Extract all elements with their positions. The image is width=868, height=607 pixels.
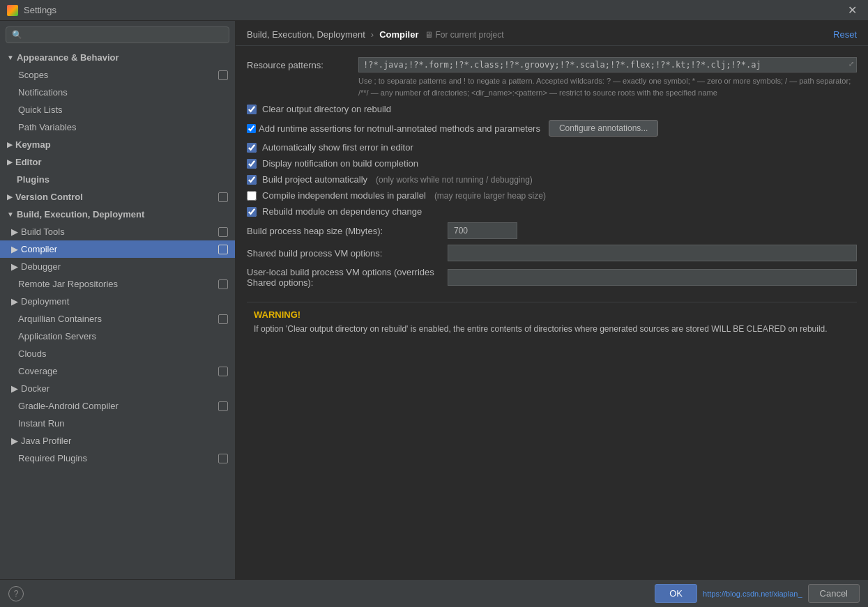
add-runtime-label[interactable]: Add runtime assertions for notnull-annot… bbox=[259, 123, 540, 134]
sidebar-section-editor[interactable]: ▶ Editor bbox=[0, 153, 235, 171]
sidebar-item-docker[interactable]: ▶ Docker bbox=[0, 380, 235, 397]
sidebar-item-coverage[interactable]: Coverage bbox=[0, 362, 235, 380]
auto-show-error-checkbox[interactable] bbox=[247, 143, 257, 153]
breadcrumb-parent: Build, Execution, Deployment bbox=[247, 29, 365, 40]
build-auto-label[interactable]: Build project automatically bbox=[262, 174, 367, 185]
sidebar-item-label: Debugger bbox=[21, 261, 61, 272]
sidebar-item-label: Gradle-Android Compiler bbox=[18, 401, 119, 411]
sidebar-item-remote-jar[interactable]: Remote Jar Repositories bbox=[0, 275, 235, 293]
resource-patterns-hint: Use ; to separate patterns and ! to nega… bbox=[358, 75, 857, 98]
breadcrumb-current: Compiler bbox=[379, 29, 418, 40]
heap-size-input[interactable] bbox=[448, 222, 517, 239]
arrow-right-icon: ▶ bbox=[7, 193, 13, 201]
content-header: Build, Execution, Deployment › Compiler … bbox=[236, 21, 868, 46]
checkbox-rebuild-module: Rebuild module on dependency change bbox=[247, 206, 857, 217]
sidebar-item-label: Instant Run bbox=[18, 418, 65, 429]
project-label-text: For current project bbox=[436, 30, 504, 40]
sidebar-section-plugins[interactable]: Plugins bbox=[0, 171, 235, 188]
copy-icon bbox=[218, 192, 228, 202]
compile-parallel-label[interactable]: Compile independent modules in parallel bbox=[262, 190, 426, 201]
copy-icon bbox=[218, 367, 228, 376]
sidebar-item-label: Arquillian Containers bbox=[18, 314, 102, 324]
sidebar-section-label: Editor bbox=[15, 157, 42, 167]
arrow-right-icon: ▶ bbox=[11, 383, 18, 394]
sidebar-item-clouds[interactable]: Clouds bbox=[0, 345, 235, 362]
arrow-right-icon: ▶ bbox=[11, 261, 18, 272]
content-panel: Build, Execution, Deployment › Compiler … bbox=[236, 21, 868, 579]
sidebar-section-version-control[interactable]: ▶ Version Control bbox=[0, 188, 235, 206]
sidebar-item-required-plugins[interactable]: Required Plugins bbox=[0, 450, 235, 467]
cancel-button[interactable]: Cancel bbox=[808, 584, 860, 603]
shared-vm-input[interactable] bbox=[448, 245, 857, 261]
window-title: Settings bbox=[24, 5, 844, 15]
sidebar-section-keymap[interactable]: ▶ Keymap bbox=[0, 136, 235, 153]
arrow-down-icon: ▼ bbox=[7, 54, 14, 61]
sidebar-item-gradle-android[interactable]: Gradle-Android Compiler bbox=[0, 397, 235, 415]
footer: ? OK https://blog.csdn.net/xiaplan_ Canc… bbox=[0, 579, 868, 607]
checkbox-clear-output: Clear output directory on rebuild bbox=[247, 104, 857, 114]
sidebar-item-label: Quick Lists bbox=[18, 105, 63, 115]
arrow-right-icon: ▶ bbox=[11, 226, 18, 237]
arrow-right-icon: ▶ bbox=[11, 244, 18, 254]
resource-patterns-label: Resource patterns: bbox=[247, 57, 358, 70]
checkbox-auto-show-error: Automatically show first error in editor bbox=[247, 142, 857, 153]
sidebar-section-appearance[interactable]: ▼ Appearance & Behavior bbox=[0, 49, 235, 66]
copy-icon bbox=[218, 245, 228, 254]
resource-patterns-row: Resource patterns: ⤢ Use ; to separate p… bbox=[247, 57, 857, 98]
help-button[interactable]: ? bbox=[8, 586, 24, 601]
sidebar-item-application-servers[interactable]: Application Servers bbox=[0, 328, 235, 345]
auto-show-error-label[interactable]: Automatically show first error in editor bbox=[262, 142, 413, 153]
clear-output-label[interactable]: Clear output directory on rebuild bbox=[262, 104, 391, 114]
sidebar-item-deployment[interactable]: ▶ Deployment bbox=[0, 293, 235, 310]
app-icon bbox=[7, 5, 18, 16]
sidebar-item-label: Compiler bbox=[21, 244, 57, 254]
content-body: Resource patterns: ⤢ Use ; to separate p… bbox=[236, 46, 868, 579]
close-button[interactable]: ✕ bbox=[844, 2, 861, 18]
sidebar-item-label: Remote Jar Repositories bbox=[18, 279, 118, 289]
display-notification-label[interactable]: Display notification on build completion bbox=[262, 158, 418, 169]
sidebar-item-build-tools[interactable]: ▶ Build Tools bbox=[0, 223, 235, 240]
display-notification-checkbox[interactable] bbox=[247, 159, 257, 169]
add-runtime-checkbox[interactable] bbox=[247, 124, 256, 133]
reset-link[interactable]: Reset bbox=[833, 29, 857, 40]
user-local-vm-label: User-local build process VM options (ove… bbox=[247, 267, 442, 288]
build-auto-note: (only works while not running / debuggin… bbox=[376, 175, 533, 185]
ok-button[interactable]: OK bbox=[655, 584, 697, 603]
sidebar-item-path-variables[interactable]: Path Variables bbox=[0, 118, 235, 136]
footer-right: OK https://blog.csdn.net/xiaplan_ Cancel bbox=[655, 584, 860, 603]
rebuild-module-label[interactable]: Rebuild module on dependency change bbox=[262, 206, 422, 217]
arrow-right-icon: ▶ bbox=[7, 141, 13, 148]
sidebar-item-java-profiler[interactable]: ▶ Java Profiler bbox=[0, 432, 235, 450]
clear-output-checkbox[interactable] bbox=[247, 105, 257, 114]
sidebar-item-label: Java Profiler bbox=[21, 436, 71, 446]
checkbox-display-notification: Display notification on build completion bbox=[247, 158, 857, 169]
sidebar-item-debugger[interactable]: ▶ Debugger bbox=[0, 258, 235, 275]
sidebar-section-label: Plugins bbox=[7, 174, 50, 185]
search-box[interactable] bbox=[6, 26, 229, 43]
resource-patterns-input[interactable] bbox=[358, 57, 857, 72]
search-input[interactable] bbox=[12, 30, 223, 40]
breadcrumb-separator: › bbox=[371, 29, 374, 40]
sidebar-item-scopes[interactable]: Scopes bbox=[0, 66, 235, 84]
sidebar-item-arquillian[interactable]: Arquillian Containers bbox=[0, 310, 235, 328]
configure-annotations-button[interactable]: Configure annotations... bbox=[549, 120, 658, 137]
sidebar-item-notifications[interactable]: Notifications bbox=[0, 84, 235, 101]
checkbox-build-auto: Build project automatically (only works … bbox=[247, 174, 857, 185]
sidebar-item-label: Required Plugins bbox=[18, 453, 87, 463]
expand-icon[interactable]: ⤢ bbox=[848, 60, 854, 68]
warning-title: WARNING! bbox=[254, 309, 850, 320]
sidebar-section-label: Build, Execution, Deployment bbox=[17, 209, 144, 220]
sidebar-item-compiler[interactable]: ▶ Compiler bbox=[0, 240, 235, 258]
copy-icon bbox=[218, 454, 228, 463]
sidebar-item-instant-run[interactable]: Instant Run bbox=[0, 415, 235, 432]
sidebar-section-label: Keymap bbox=[15, 139, 51, 150]
build-auto-checkbox[interactable] bbox=[247, 175, 257, 185]
copy-icon bbox=[218, 279, 228, 289]
user-local-vm-input[interactable] bbox=[448, 269, 857, 286]
sidebar-section-build[interactable]: ▼ Build, Execution, Deployment bbox=[0, 206, 235, 223]
rebuild-module-checkbox[interactable] bbox=[247, 207, 257, 217]
compile-parallel-checkbox[interactable] bbox=[247, 191, 257, 201]
sidebar-item-quick-lists[interactable]: Quick Lists bbox=[0, 101, 235, 118]
sidebar-item-label: Application Servers bbox=[18, 331, 96, 341]
shared-vm-row: Shared build process VM options: bbox=[247, 245, 857, 261]
